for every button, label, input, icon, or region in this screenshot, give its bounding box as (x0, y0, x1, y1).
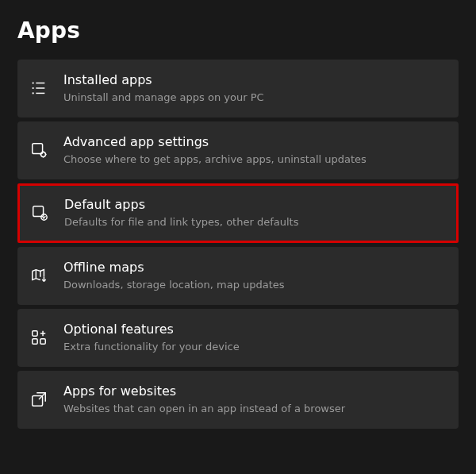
item-label: Optional features (63, 322, 240, 338)
map-download-icon (30, 267, 48, 284)
item-default-apps[interactable]: Default apps Defaults for file and link … (17, 183, 459, 243)
item-desc: Defaults for file and link types, other … (64, 215, 298, 229)
item-desc: Downloads, storage location, map updates (63, 278, 285, 292)
item-offline-maps[interactable]: Offline maps Downloads, storage location… (17, 247, 459, 305)
item-texts: Apps for websites Websites that can open… (63, 383, 345, 416)
svg-point-4 (33, 93, 34, 94)
svg-point-7 (41, 152, 46, 157)
item-desc: Extra functionality for your device (63, 340, 240, 354)
svg-point-0 (33, 83, 34, 84)
app-plus-icon (30, 329, 48, 346)
svg-rect-19 (40, 339, 45, 344)
item-label: Offline maps (63, 260, 285, 276)
item-desc: Websites that can open in an app instead… (63, 402, 345, 416)
item-desc: Choose where to get apps, archive apps, … (63, 152, 367, 167)
item-optional-features[interactable]: Optional features Extra functionality fo… (17, 309, 459, 367)
item-texts: Installed apps Uninstall and manage apps… (63, 72, 264, 105)
item-installed-apps[interactable]: Installed apps Uninstall and manage apps… (17, 60, 459, 118)
app-check-icon (31, 204, 48, 222)
item-texts: Offline maps Downloads, storage location… (63, 260, 285, 292)
open-external-icon (30, 391, 48, 408)
item-label: Default apps (64, 197, 298, 214)
apps-settings-page: Apps Installed apps Uninstall and manage… (0, 17, 476, 429)
list-icon (30, 79, 48, 97)
item-advanced-app-settings[interactable]: Advanced app settings Choose where to ge… (17, 121, 459, 179)
page-title: Apps (17, 17, 459, 44)
item-desc: Uninstall and manage apps on your PC (63, 91, 264, 105)
item-texts: Default apps Defaults for file and link … (64, 197, 298, 229)
item-label: Installed apps (63, 72, 264, 89)
item-texts: Advanced app settings Choose where to ge… (63, 134, 367, 167)
item-label: Apps for websites (63, 383, 345, 400)
item-texts: Optional features Extra functionality fo… (63, 322, 240, 354)
svg-rect-18 (33, 339, 37, 344)
app-gear-icon (30, 141, 48, 159)
svg-rect-6 (33, 144, 43, 154)
svg-rect-17 (33, 331, 37, 336)
item-apps-for-websites[interactable]: Apps for websites Websites that can open… (17, 371, 459, 429)
svg-point-2 (33, 87, 34, 89)
item-label: Advanced app settings (63, 134, 367, 151)
settings-list: Installed apps Uninstall and manage apps… (17, 60, 459, 429)
